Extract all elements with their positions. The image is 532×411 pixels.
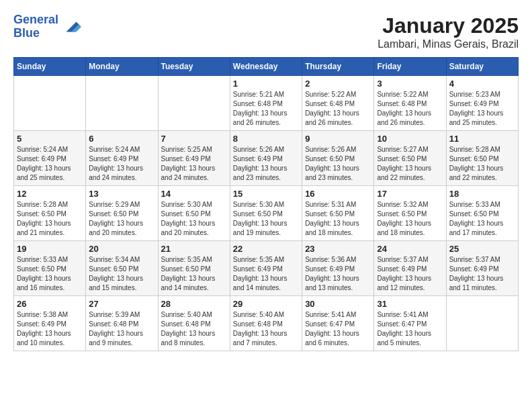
calendar-cell: 24Sunrise: 5:37 AM Sunset: 6:49 PM Dayli… [374, 241, 446, 296]
day-number: 19 [17, 244, 83, 254]
day-info: Sunrise: 5:33 AM Sunset: 6:50 PM Dayligh… [449, 200, 515, 238]
day-number: 25 [449, 244, 515, 254]
calendar-week-row: 19Sunrise: 5:33 AM Sunset: 6:50 PM Dayli… [14, 241, 519, 296]
calendar-week-row: 1Sunrise: 5:21 AM Sunset: 6:48 PM Daylig… [14, 76, 519, 131]
calendar-cell [158, 76, 230, 131]
calendar-title: January 2025 [378, 13, 519, 38]
weekday-header: Monday [86, 58, 158, 76]
day-number: 22 [233, 244, 299, 254]
day-info: Sunrise: 5:32 AM Sunset: 6:50 PM Dayligh… [377, 200, 443, 238]
calendar-cell: 29Sunrise: 5:40 AM Sunset: 6:48 PM Dayli… [230, 296, 302, 351]
title-block: January 2025 Lambari, Minas Gerais, Braz… [378, 13, 519, 50]
calendar-cell: 1Sunrise: 5:21 AM Sunset: 6:48 PM Daylig… [230, 76, 302, 131]
day-number: 9 [305, 134, 371, 144]
day-info: Sunrise: 5:23 AM Sunset: 6:49 PM Dayligh… [449, 90, 515, 128]
calendar-cell: 23Sunrise: 5:36 AM Sunset: 6:49 PM Dayli… [302, 241, 374, 296]
day-number: 30 [305, 299, 371, 309]
calendar-cell: 25Sunrise: 5:37 AM Sunset: 6:49 PM Dayli… [446, 241, 518, 296]
day-info: Sunrise: 5:34 AM Sunset: 6:50 PM Dayligh… [89, 255, 154, 293]
day-info: Sunrise: 5:21 AM Sunset: 6:48 PM Dayligh… [233, 90, 299, 128]
day-number: 1 [233, 79, 299, 89]
calendar-body: 1Sunrise: 5:21 AM Sunset: 6:48 PM Daylig… [14, 76, 519, 351]
calendar-cell: 15Sunrise: 5:30 AM Sunset: 6:50 PM Dayli… [230, 186, 302, 241]
day-info: Sunrise: 5:38 AM Sunset: 6:49 PM Dayligh… [17, 310, 83, 348]
weekday-header: Sunday [14, 58, 86, 76]
day-number: 20 [89, 244, 154, 254]
calendar-cell: 10Sunrise: 5:27 AM Sunset: 6:50 PM Dayli… [374, 131, 446, 186]
weekday-header: Thursday [302, 58, 374, 76]
calendar-cell: 2Sunrise: 5:22 AM Sunset: 6:48 PM Daylig… [302, 76, 374, 131]
day-info: Sunrise: 5:30 AM Sunset: 6:50 PM Dayligh… [161, 200, 227, 238]
day-number: 12 [17, 189, 83, 199]
day-number: 28 [161, 299, 227, 309]
page-header: General Blue January 2025 Lambari, Minas… [13, 13, 519, 50]
weekday-header-row: SundayMondayTuesdayWednesdayThursdayFrid… [14, 58, 519, 76]
day-info: Sunrise: 5:25 AM Sunset: 6:49 PM Dayligh… [161, 145, 227, 183]
day-number: 26 [17, 299, 83, 309]
calendar-cell: 5Sunrise: 5:24 AM Sunset: 6:49 PM Daylig… [14, 131, 86, 186]
day-number: 13 [89, 189, 154, 199]
day-info: Sunrise: 5:35 AM Sunset: 6:50 PM Dayligh… [161, 255, 227, 293]
day-info: Sunrise: 5:26 AM Sunset: 6:50 PM Dayligh… [305, 145, 371, 183]
day-number: 4 [449, 79, 515, 89]
calendar-week-row: 5Sunrise: 5:24 AM Sunset: 6:49 PM Daylig… [14, 131, 519, 186]
calendar-cell: 30Sunrise: 5:41 AM Sunset: 6:47 PM Dayli… [302, 296, 374, 351]
day-number: 5 [17, 134, 83, 144]
calendar-cell: 19Sunrise: 5:33 AM Sunset: 6:50 PM Dayli… [14, 241, 86, 296]
calendar-cell: 7Sunrise: 5:25 AM Sunset: 6:49 PM Daylig… [158, 131, 230, 186]
calendar-cell: 12Sunrise: 5:28 AM Sunset: 6:50 PM Dayli… [14, 186, 86, 241]
day-info: Sunrise: 5:22 AM Sunset: 6:48 PM Dayligh… [305, 90, 371, 128]
day-info: Sunrise: 5:28 AM Sunset: 6:50 PM Dayligh… [449, 145, 515, 183]
day-info: Sunrise: 5:24 AM Sunset: 6:49 PM Dayligh… [89, 145, 154, 183]
day-info: Sunrise: 5:40 AM Sunset: 6:48 PM Dayligh… [161, 310, 227, 348]
calendar-header: SundayMondayTuesdayWednesdayThursdayFrid… [14, 58, 519, 76]
calendar-subtitle: Lambari, Minas Gerais, Brazil [378, 38, 519, 50]
calendar-cell: 21Sunrise: 5:35 AM Sunset: 6:50 PM Dayli… [158, 241, 230, 296]
calendar-cell: 27Sunrise: 5:39 AM Sunset: 6:48 PM Dayli… [86, 296, 158, 351]
day-number: 27 [89, 299, 154, 309]
day-number: 24 [377, 244, 443, 254]
day-number: 14 [161, 189, 227, 199]
day-number: 29 [233, 299, 299, 309]
day-info: Sunrise: 5:35 AM Sunset: 6:49 PM Dayligh… [233, 255, 299, 293]
weekday-header: Wednesday [230, 58, 302, 76]
calendar-cell [86, 76, 158, 131]
day-info: Sunrise: 5:31 AM Sunset: 6:50 PM Dayligh… [305, 200, 371, 238]
day-number: 15 [233, 189, 299, 199]
calendar-cell: 6Sunrise: 5:24 AM Sunset: 6:49 PM Daylig… [86, 131, 158, 186]
logo-line1: General [13, 13, 58, 26]
calendar-table: SundayMondayTuesdayWednesdayThursdayFrid… [13, 57, 519, 351]
calendar-cell: 8Sunrise: 5:26 AM Sunset: 6:49 PM Daylig… [230, 131, 302, 186]
day-number: 10 [377, 134, 443, 144]
day-info: Sunrise: 5:41 AM Sunset: 6:47 PM Dayligh… [305, 310, 371, 348]
calendar-cell: 9Sunrise: 5:26 AM Sunset: 6:50 PM Daylig… [302, 131, 374, 186]
calendar-cell: 16Sunrise: 5:31 AM Sunset: 6:50 PM Dayli… [302, 186, 374, 241]
day-info: Sunrise: 5:30 AM Sunset: 6:50 PM Dayligh… [233, 200, 299, 238]
day-info: Sunrise: 5:37 AM Sunset: 6:49 PM Dayligh… [449, 255, 515, 293]
day-info: Sunrise: 5:33 AM Sunset: 6:50 PM Dayligh… [17, 255, 83, 293]
logo: General Blue [13, 13, 81, 40]
calendar-week-row: 12Sunrise: 5:28 AM Sunset: 6:50 PM Dayli… [14, 186, 519, 241]
day-info: Sunrise: 5:24 AM Sunset: 6:49 PM Dayligh… [17, 145, 83, 183]
day-number: 8 [233, 134, 299, 144]
weekday-header: Saturday [446, 58, 518, 76]
day-number: 16 [305, 189, 371, 199]
calendar-cell: 13Sunrise: 5:29 AM Sunset: 6:50 PM Dayli… [86, 186, 158, 241]
logo-line2: Blue [13, 26, 40, 40]
calendar-cell: 28Sunrise: 5:40 AM Sunset: 6:48 PM Dayli… [158, 296, 230, 351]
day-number: 23 [305, 244, 371, 254]
calendar-cell: 20Sunrise: 5:34 AM Sunset: 6:50 PM Dayli… [86, 241, 158, 296]
calendar-cell: 14Sunrise: 5:30 AM Sunset: 6:50 PM Dayli… [158, 186, 230, 241]
day-number: 31 [377, 299, 443, 309]
day-info: Sunrise: 5:22 AM Sunset: 6:48 PM Dayligh… [377, 90, 443, 128]
calendar-week-row: 26Sunrise: 5:38 AM Sunset: 6:49 PM Dayli… [14, 296, 519, 351]
day-info: Sunrise: 5:36 AM Sunset: 6:49 PM Dayligh… [305, 255, 371, 293]
day-info: Sunrise: 5:39 AM Sunset: 6:48 PM Dayligh… [89, 310, 154, 348]
calendar-cell: 22Sunrise: 5:35 AM Sunset: 6:49 PM Dayli… [230, 241, 302, 296]
day-number: 2 [305, 79, 371, 89]
day-number: 11 [449, 134, 515, 144]
calendar-cell: 11Sunrise: 5:28 AM Sunset: 6:50 PM Dayli… [446, 131, 518, 186]
day-number: 18 [449, 189, 515, 199]
calendar-cell: 4Sunrise: 5:23 AM Sunset: 6:49 PM Daylig… [446, 76, 518, 131]
day-info: Sunrise: 5:27 AM Sunset: 6:50 PM Dayligh… [377, 145, 443, 183]
